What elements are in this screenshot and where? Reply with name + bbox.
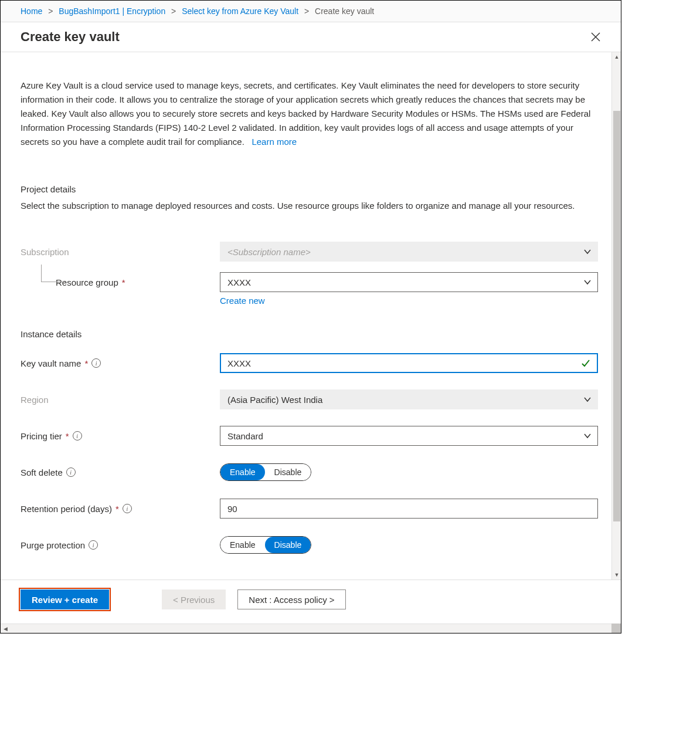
soft-delete-label: Soft delete i — [21, 467, 220, 477]
scroll-left-icon[interactable]: ◀ — [1, 624, 10, 633]
review-create-button[interactable]: Review + create — [21, 589, 109, 609]
info-icon[interactable]: i — [123, 504, 132, 513]
keyvault-name-label: Key vault name * i — [21, 358, 220, 368]
intro-paragraph: Azure Key Vault is a cloud service used … — [21, 79, 601, 149]
vertical-scrollbar[interactable]: ▲ ▼ — [611, 52, 621, 580]
project-details-heading: Project details — [21, 184, 601, 194]
retention-label: Retention period (days) * i — [21, 504, 220, 514]
crumb-current: Create key vault — [315, 6, 374, 16]
soft-delete-toggle[interactable]: Enable Disable — [220, 463, 311, 481]
scroll-up-icon[interactable]: ▲ — [612, 52, 621, 62]
crumb-select-key[interactable]: Select key from Azure Key Vault — [182, 6, 298, 16]
page-title: Create key vault — [21, 29, 120, 45]
previous-button: < Previous — [162, 589, 226, 609]
validation-check-icon — [580, 358, 591, 368]
region-label: Region — [21, 395, 220, 405]
horizontal-scrollbar[interactable]: ◀ ▶ — [1, 624, 621, 633]
retention-input[interactable]: 90 — [220, 499, 598, 519]
next-button[interactable]: Next : Access policy > — [237, 589, 345, 609]
scroll-corner — [611, 624, 621, 633]
subscription-label: Subscription — [21, 247, 220, 257]
crumb-home[interactable]: Home — [21, 6, 42, 16]
chevron-down-icon — [583, 432, 592, 440]
pricing-tier-label: Pricing tier * i — [21, 431, 220, 441]
chevron-down-icon — [583, 248, 592, 256]
title-bar: Create key vault — [1, 22, 621, 52]
learn-more-link[interactable]: Learn more — [252, 137, 297, 147]
purge-protection-toggle[interactable]: Enable Disable — [220, 536, 311, 554]
scroll-down-icon[interactable]: ▼ — [612, 570, 621, 580]
purge-disable[interactable]: Disable — [265, 537, 311, 553]
soft-delete-disable[interactable]: Disable — [265, 464, 311, 480]
resource-group-label: Resource group * — [21, 277, 220, 287]
chevron-down-icon — [583, 395, 592, 404]
subscription-select: <Subscription name> — [220, 242, 598, 262]
resource-group-select[interactable]: XXXX — [220, 272, 598, 292]
crumb-encryption[interactable]: BugBashImport1 | Encryption — [59, 6, 165, 16]
breadcrumb: Home > BugBashImport1 | Encryption > Sel… — [1, 1, 621, 22]
keyvault-name-input[interactable]: XXXX — [220, 353, 598, 373]
pricing-tier-select[interactable]: Standard — [220, 426, 598, 446]
info-icon[interactable]: i — [66, 467, 76, 477]
purge-enable[interactable]: Enable — [220, 537, 265, 553]
instance-details-heading: Instance details — [21, 329, 601, 339]
info-icon[interactable]: i — [73, 431, 82, 441]
scroll-thumb[interactable] — [613, 111, 620, 521]
close-icon[interactable] — [590, 32, 601, 42]
wizard-footer: Review + create < Previous Next : Access… — [1, 580, 621, 624]
info-icon[interactable]: i — [91, 358, 101, 368]
info-icon[interactable]: i — [89, 540, 98, 550]
create-new-link[interactable]: Create new — [220, 296, 265, 306]
chevron-down-icon — [583, 278, 592, 286]
region-select: (Asia Pacific) West India — [220, 389, 598, 409]
purge-protection-label: Purge protection i — [21, 540, 220, 550]
project-details-sub: Select the subscription to manage deploy… — [21, 199, 601, 212]
soft-delete-enable[interactable]: Enable — [220, 464, 265, 480]
